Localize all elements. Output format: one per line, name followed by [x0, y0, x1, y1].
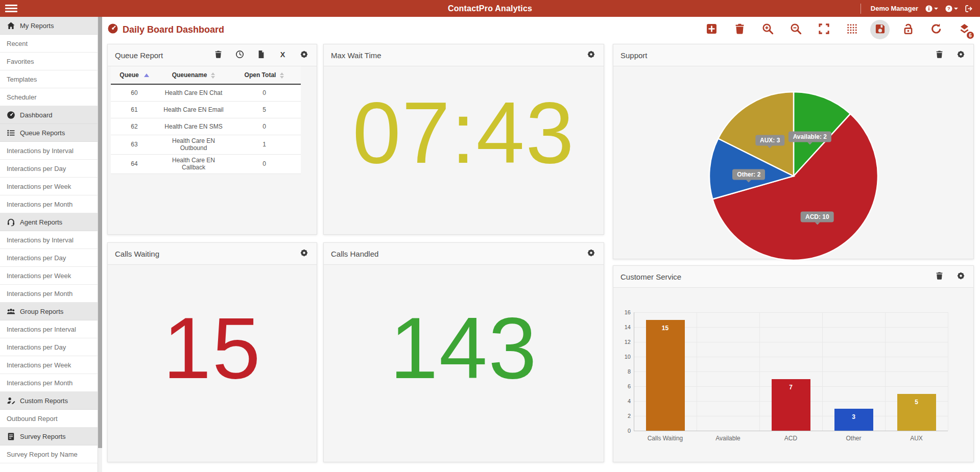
sidebar-item-outbound-report[interactable]: Outbound Report [0, 410, 98, 428]
sidebar-item-interactions-by-interval[interactable]: Interactions by Interval [0, 231, 98, 249]
pie-data-label: Other: 2 [732, 169, 765, 180]
pie-data-label: Available: 2 [788, 131, 831, 142]
schedule-button[interactable] [234, 49, 245, 61]
sidebar-item-survey-reports[interactable]: Survey Reports [0, 428, 98, 445]
settings-button[interactable] [585, 248, 596, 259]
info-icon[interactable] [925, 5, 938, 13]
y-axis-tick: 16 [616, 309, 631, 315]
sidebar-item-interactions-per-week[interactable]: Interactions per Week [0, 356, 98, 374]
sidebar-item-label: Interactions per Month [7, 290, 73, 297]
x-axis-label: AUX [886, 435, 947, 442]
sort-icon [280, 72, 284, 79]
table-row[interactable]: 63Health Care EN Outbound1 [111, 135, 301, 155]
column-header-open-total[interactable]: Open Total [229, 69, 299, 81]
pie-data-label: AUX: 3 [755, 135, 784, 146]
sidebar-item-interactions-by-interval[interactable]: Interactions by Interval [0, 142, 98, 160]
settings-button[interactable] [298, 248, 309, 259]
table-cell: 0 [229, 158, 299, 169]
sidebar-item-label: Custom Reports [20, 397, 68, 405]
sidebar-item-queue-reports[interactable]: Queue Reports [0, 124, 98, 142]
fullscreen-button[interactable] [814, 20, 833, 39]
delete-button[interactable] [934, 49, 945, 61]
column-header-queue[interactable]: Queue [111, 69, 158, 81]
delete-icon [935, 271, 944, 282]
sidebar-item-interactions-per-day[interactable]: Interactions per Day [0, 338, 98, 356]
sidebar-item-interactions-per-month[interactable]: Interactions per Month [0, 195, 98, 213]
sidebar-item-favorites[interactable]: Favorites [0, 53, 98, 70]
person-edit-icon [7, 396, 15, 405]
sidebar-item-label: Group Reports [20, 308, 63, 315]
sidebar-item-interactions-per-month[interactable]: Interactions per Month [0, 374, 98, 392]
y-axis-tick: 0 [616, 428, 631, 434]
sidebar-item-my-reports[interactable]: My Reports [0, 17, 98, 35]
delete-button[interactable] [212, 49, 224, 61]
add-widget-icon [706, 23, 718, 36]
sidebar-item-templates[interactable]: Templates [0, 70, 98, 88]
table-row[interactable]: 62Health Care EN SMS0 [111, 118, 301, 135]
sidebar-item-label: Agent Reports [20, 218, 62, 226]
grid-button[interactable] [842, 20, 862, 39]
refresh-button[interactable] [926, 20, 946, 39]
delete-button[interactable] [730, 20, 749, 39]
table-row[interactable]: 61Health Care EN Email5 [111, 102, 301, 118]
schedule-icon [235, 50, 244, 60]
menu-icon[interactable] [0, 0, 23, 17]
delete-button[interactable] [934, 271, 945, 282]
gauge-icon [107, 23, 118, 37]
table-cell: 0 [229, 121, 299, 132]
settings-button[interactable] [955, 49, 966, 61]
app-title: ContactPro Analytics [0, 4, 980, 13]
sidebar: My ReportsRecentFavoritesTemplatesSchedu… [0, 17, 98, 472]
save-button[interactable] [870, 20, 890, 39]
top-bar: ContactPro Analytics Demo Manager ? [0, 0, 980, 17]
sidebar-item-custom-reports[interactable]: Custom Reports [0, 392, 98, 410]
settings-button[interactable] [585, 49, 596, 61]
bar-value-label: 3 [834, 413, 873, 420]
panel-title: Support [620, 51, 648, 60]
sidebar-scrollbar[interactable] [98, 17, 102, 472]
x-axis-label: ACD [760, 435, 822, 442]
zoom-out-icon [790, 23, 802, 36]
zoom-out-button[interactable] [786, 20, 805, 39]
panel-queue-report: Queue Report X QueueQueuenameOpen Total6… [107, 44, 317, 235]
refresh-icon [930, 23, 942, 36]
sidebar-item-interactions-per-day[interactable]: Interactions per Day [0, 249, 98, 267]
table-cell: Health Care EN Outbound [158, 135, 229, 154]
sidebar-item-label: Interactions per Week [7, 361, 71, 369]
sidebar-item-interactions-per-week[interactable]: Interactions per Week [0, 267, 98, 285]
help-icon[interactable]: ? [945, 5, 958, 13]
sidebar-item-interactions-per-interval[interactable]: Interactions per Interval [0, 320, 98, 338]
sidebar-item-scheduler[interactable]: Scheduler [0, 88, 98, 106]
sidebar-item-label: Interactions per Day [7, 165, 66, 172]
logout-icon[interactable] [965, 5, 973, 13]
sidebar-scrollbar-thumb[interactable] [98, 17, 102, 448]
unlock-button[interactable] [898, 20, 918, 39]
table-row[interactable]: 64Health Care EN Callback0 [111, 155, 301, 174]
sidebar-item-label: Interactions by Interval [7, 236, 74, 244]
bar-calls-waiting[interactable] [646, 320, 685, 431]
unlock-icon [902, 23, 914, 36]
sidebar-item-interactions-per-week[interactable]: Interactions per Week [0, 178, 98, 195]
sidebar-item-group-reports[interactable]: Group Reports [0, 303, 98, 320]
table-row[interactable]: 60Health Care EN Chat0 [111, 85, 301, 102]
support-pie-chart: Available: 2ACD: 10Other: 2AUX: 3 [613, 66, 973, 259]
sidebar-item-interactions-per-day[interactable]: Interactions per Day [0, 160, 98, 178]
settings-button[interactable] [298, 49, 309, 61]
sidebar-item-interactions-per-month[interactable]: Interactions per Month [0, 285, 98, 303]
queue-table: QueueQueuenameOpen Total60Health Care EN… [111, 66, 301, 174]
sidebar-item-label: Interactions per Month [7, 201, 73, 208]
sidebar-item-survey-report-by-name[interactable]: Survey Report by Name [0, 445, 98, 463]
excel-button[interactable]: X [277, 49, 288, 61]
sidebar-item-dashboard[interactable]: Dashboard [0, 106, 98, 124]
sidebar-item-agent-reports[interactable]: Agent Reports [0, 213, 98, 231]
sidebar-item-recent[interactable]: Recent [0, 35, 98, 53]
settings-button[interactable] [955, 271, 966, 282]
add-widget-button[interactable] [702, 20, 721, 39]
table-cell: 64 [111, 158, 158, 169]
file-button[interactable] [255, 49, 267, 61]
zoom-in-button[interactable] [758, 20, 777, 39]
pie-data-label: ACD: 10 [801, 211, 834, 222]
column-header-queuename[interactable]: Queuename [158, 69, 229, 81]
layers-button[interactable]: 6 [954, 20, 974, 39]
list-icon [7, 129, 15, 137]
